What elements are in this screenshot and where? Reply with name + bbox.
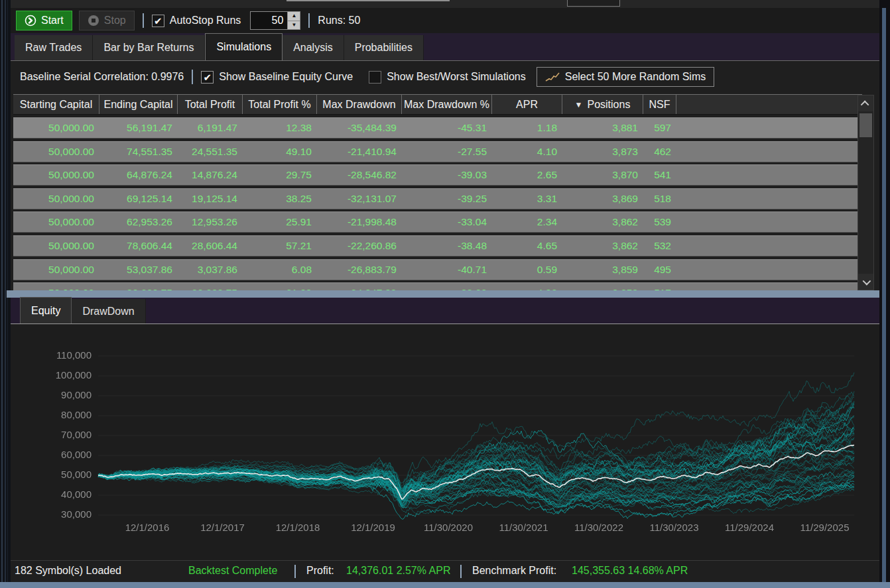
spin-down-button[interactable]: ▼ <box>288 21 300 30</box>
tab-raw-trades[interactable]: Raw Trades <box>15 35 93 60</box>
start-button[interactable]: Start <box>16 11 72 30</box>
table-cell: 49.10 <box>243 141 317 162</box>
symbols-loaded-status: 182 Symbol(s) Loaded <box>15 565 121 577</box>
table-cell: -40.71 <box>402 259 492 280</box>
table-cell: 2.65 <box>492 164 562 186</box>
show-baseline-checkbox[interactable]: ✔ <box>201 71 214 84</box>
equity-chart-canvas[interactable] <box>11 324 879 560</box>
table-cell: 80,600.75 <box>99 282 178 290</box>
table-cell: 50,000.00 <box>13 282 99 290</box>
column-header-total-profit[interactable]: Total Profit <box>178 95 243 114</box>
sort-descending-icon: ▼ <box>575 100 583 109</box>
table-cell: 62,953.26 <box>99 211 178 233</box>
grid-header-row: Starting CapitalEnding CapitalTotal Prof… <box>13 95 862 115</box>
tab-probabilities[interactable]: Probabilities <box>344 35 424 60</box>
table-cell: 3,881 <box>562 117 643 139</box>
table-cell: 3,870 <box>562 164 643 186</box>
horizontal-splitter[interactable] <box>7 290 879 298</box>
table-cell: 74,551.35 <box>99 141 178 162</box>
scroll-up-button[interactable] <box>858 95 873 111</box>
column-header-positions[interactable]: ▼Positions <box>562 95 643 114</box>
table-cell: -27.55 <box>402 141 492 162</box>
table-cell: 53,037.86 <box>99 259 178 280</box>
table-cell: 57.21 <box>243 235 317 257</box>
table-row[interactable]: 50,000.0074,551.3524,551.3549.10-21,410.… <box>13 141 862 162</box>
simulations-panel: Baseline Serial Correlation: 0.9976 ✔ Sh… <box>11 60 879 298</box>
right-window-edge <box>879 0 890 588</box>
tab-bar-by-bar-returns[interactable]: Bar by Bar Returns <box>93 35 205 60</box>
table-cell: 29.75 <box>243 164 317 186</box>
column-header-total-profit-[interactable]: Total Profit % <box>243 95 317 114</box>
autostop-checkbox[interactable]: ✔ <box>152 15 164 27</box>
main-tab-strip: Raw TradesBar by Bar ReturnsSimulationsA… <box>11 33 879 60</box>
table-cell: 539 <box>643 211 676 233</box>
tab-simulations[interactable]: Simulations <box>205 33 283 60</box>
tab-analysis[interactable]: Analysis <box>283 35 344 60</box>
table-cell: -21,998.48 <box>317 211 402 233</box>
profit-label: Profit: <box>306 565 334 577</box>
column-header-apr[interactable]: APR <box>492 95 562 114</box>
backtest-simulations-window: Start Stop ✔ AutoStop Runs 50 ▲ ▼ Runs: … <box>0 0 890 588</box>
table-row[interactable]: 50,000.0053,037.863,037.866.08-26,883.79… <box>13 259 862 280</box>
baseline-serial-correlation-label: Baseline Serial Correlation: 0.9976 <box>20 71 184 83</box>
runs-count-label: Runs: 50 <box>318 15 360 27</box>
table-row[interactable]: 50,000.0062,953.2612,953.2625.91-21,998.… <box>13 211 862 233</box>
table-cell: 518 <box>643 188 676 209</box>
table-row[interactable]: 50,000.0069,125.1419,125.1438.25-32,131.… <box>13 188 862 209</box>
table-cell: 4.65 <box>492 235 562 257</box>
column-header-filler <box>676 95 862 114</box>
stop-button[interactable]: Stop <box>79 11 135 30</box>
table-cell: 19,125.14 <box>178 188 243 209</box>
toolbar-separator <box>143 13 144 28</box>
chart-tab-strip: EquityDrawDown <box>11 298 879 324</box>
table-cell: 50,000.00 <box>13 259 99 280</box>
table-cell: 61.20 <box>243 282 317 290</box>
column-header-max-drawdown[interactable]: Max Drawdown <box>317 95 402 114</box>
select-more-sims-button[interactable]: Select 50 More Random Sims <box>537 67 715 87</box>
table-cell: 50,000.00 <box>13 188 99 209</box>
sparkline-icon <box>545 72 560 82</box>
table-cell: 532 <box>643 235 676 257</box>
chart-tab-drawdown[interactable]: DrawDown <box>72 299 145 323</box>
table-cell: -39.25 <box>402 188 492 209</box>
table-row[interactable]: 50,000.0080,600.7530,600.7561.20-24,247.… <box>13 282 862 290</box>
bottom-window-edge <box>0 582 890 588</box>
table-cell: 64,876.24 <box>99 164 178 186</box>
runs-spinner: 50 ▲ ▼ <box>250 11 300 30</box>
table-cell-filler <box>676 235 862 257</box>
play-icon <box>25 15 36 27</box>
chart-tab-equity[interactable]: Equity <box>20 297 72 323</box>
column-header-max-drawdown-[interactable]: Max Drawdown % <box>402 95 492 114</box>
grid-vertical-scrollbar[interactable] <box>858 95 874 290</box>
table-row[interactable]: 50,000.0056,191.476,191.4712.38-35,484.3… <box>13 117 862 139</box>
table-cell: 12.38 <box>243 117 317 139</box>
background-window-fragment <box>286 0 450 1</box>
column-header-ending-capital[interactable]: Ending Capital <box>99 95 178 114</box>
status-separator <box>294 565 296 578</box>
table-cell: 3.31 <box>492 188 562 209</box>
stop-icon <box>88 15 99 27</box>
table-cell: 462 <box>643 141 676 162</box>
status-bar: 182 Symbol(s) Loaded Backtest Complete P… <box>11 560 879 582</box>
background-window-fragment <box>567 0 620 7</box>
table-cell: 56,191.47 <box>99 117 178 139</box>
table-cell: 12,953.26 <box>178 211 243 233</box>
table-cell-filler <box>676 117 862 139</box>
table-row[interactable]: 50,000.0064,876.2414,876.2429.75-28,546.… <box>13 164 862 186</box>
table-cell: 24,551.35 <box>178 141 243 162</box>
table-row[interactable]: 50,000.0078,606.4428,606.4457.21-22,260.… <box>13 235 862 257</box>
spin-up-button[interactable]: ▲ <box>288 12 300 21</box>
scrollbar-thumb[interactable] <box>859 113 872 137</box>
show-best-worst-checkbox[interactable]: ✔ <box>369 71 381 84</box>
column-header-starting-capital[interactable]: Starting Capital <box>13 95 99 114</box>
scroll-down-button[interactable] <box>858 274 873 290</box>
column-header-nsf[interactable]: NSF <box>643 95 676 114</box>
table-cell: 30,600.75 <box>178 282 243 290</box>
runs-input[interactable]: 50 <box>250 11 287 30</box>
table-cell: 0.59 <box>492 259 562 280</box>
table-cell: 3,862 <box>562 211 643 233</box>
table-cell: 3,859 <box>562 259 643 280</box>
backtest-status: Backtest Complete <box>188 565 277 577</box>
table-cell-filler <box>676 164 862 186</box>
status-separator <box>460 565 462 578</box>
